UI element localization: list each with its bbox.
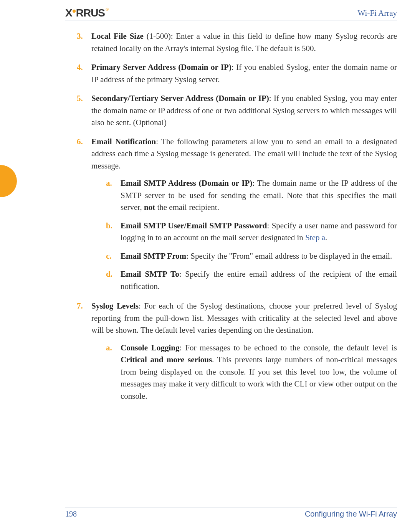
item-title-suffix: : [156,137,161,146]
logo-registered-icon: ® [106,7,109,12]
list-number: 6. [77,136,91,299]
sub-title: Email SMTP To [121,269,179,279]
sub-title: Email SMTP User/Email SMTP Password [121,221,267,230]
sub-bold: not [144,203,155,212]
sub-list-item: a. Console Logging: For messages to be e… [91,342,397,403]
item-title: Syslog Levels [91,301,139,310]
item-title-suffix: : [269,94,274,103]
sub-body: Email SMTP Address (Domain or IP): The d… [121,177,397,214]
sub-list-item: b. Email SMTP User/Email SMTP Password: … [91,220,397,244]
item-title: Secondary/Tertiary Server Address (Domai… [91,94,269,103]
logo-dot-icon [73,10,76,13]
sub-text: For messages to be echoed to the console… [185,343,397,352]
sub-title-suffix: : [252,178,257,188]
list-item: 5. Secondary/Tertiary Server Address (Do… [65,92,397,129]
cross-reference-link[interactable]: Step a [305,233,325,242]
list-number: 7. [77,300,91,408]
sub-body: Email SMTP To: Specify the entire email … [121,268,397,292]
page-number: 198 [65,510,77,518]
list-body: Local File Size (1-500): Enter a value i… [91,30,397,54]
sub-text: . [325,233,327,242]
item-title: Primary Server Address (Domain or IP) [91,63,231,72]
list-body: Syslog Levels: For each of the Syslog de… [91,300,397,408]
list-number: 3. [77,30,91,54]
sub-list-letter: c. [106,250,121,263]
item-title-suffix: : [231,63,236,72]
sub-list-item: c. Email SMTP From: Specify the "From" e… [91,250,397,263]
document-page: XRRUS® Wi-Fi Array 3. Local File Size (1… [0,0,420,530]
list-item: 7. Syslog Levels: For each of the Syslog… [65,300,397,408]
list-number: 5. [77,92,91,129]
sub-bold: Critical and more serious [121,355,212,364]
page-footer: 198 Configuring the Wi-Fi Array [65,507,397,518]
sub-title: Console Logging [121,343,180,352]
item-title-suffix: : [139,301,144,310]
sub-title-suffix: : [179,269,185,279]
item-title-suffix: (1-500): [144,31,176,41]
list-number: 4. [77,61,91,86]
sub-list: a. Email SMTP Address (Domain or IP): Th… [91,177,397,292]
sub-list-item: a. Email SMTP Address (Domain or IP): Th… [91,177,397,214]
sub-body: Console Logging: For messages to be echo… [121,342,397,403]
list-body: Email Notification: The following parame… [91,136,397,299]
sub-list-letter: b. [106,220,121,244]
sub-list-item: d. Email SMTP To: Specify the entire ema… [91,268,397,292]
list-body: Primary Server Address (Domain or IP): I… [91,61,397,86]
item-title: Local File Size [91,31,144,41]
page-content: 3. Local File Size (1-500): Enter a valu… [65,30,397,408]
list-body: Secondary/Tertiary Server Address (Domai… [91,92,397,129]
item-title: Email Notification [91,137,156,146]
page-header: XRRUS® Wi-Fi Array [65,7,397,20]
sub-list: a. Console Logging: For messages to be e… [91,342,397,403]
sub-text: the email recipient. [155,203,219,212]
footer-section-title: Configuring the Wi-Fi Array [305,510,397,518]
sub-text: Specify the "From" email address to be d… [190,251,392,261]
header-title: Wi-Fi Array [358,8,397,18]
sub-list-letter: a. [106,342,121,403]
brand-logo: XRRUS® [65,7,108,19]
sub-list-letter: a. [106,177,121,214]
sub-title-suffix: : [267,221,271,230]
sub-title: Email SMTP Address (Domain or IP) [121,178,252,188]
list-item: 6. Email Notification: The following par… [65,136,397,299]
list-item: 3. Local File Size (1-500): Enter a valu… [65,30,397,54]
sub-list-letter: d. [106,268,121,292]
logo-text-part: X [65,7,72,19]
sub-title-suffix: : [180,343,185,352]
list-item: 4. Primary Server Address (Domain or IP)… [65,61,397,86]
logo-text-part: RRUS [76,7,105,19]
sub-title: Email SMTP From [121,251,186,261]
sub-title-suffix: : [186,251,190,261]
sub-body: Email SMTP From: Specify the "From" emai… [121,250,397,263]
sub-body: Email SMTP User/Email SMTP Password: Spe… [121,220,397,244]
